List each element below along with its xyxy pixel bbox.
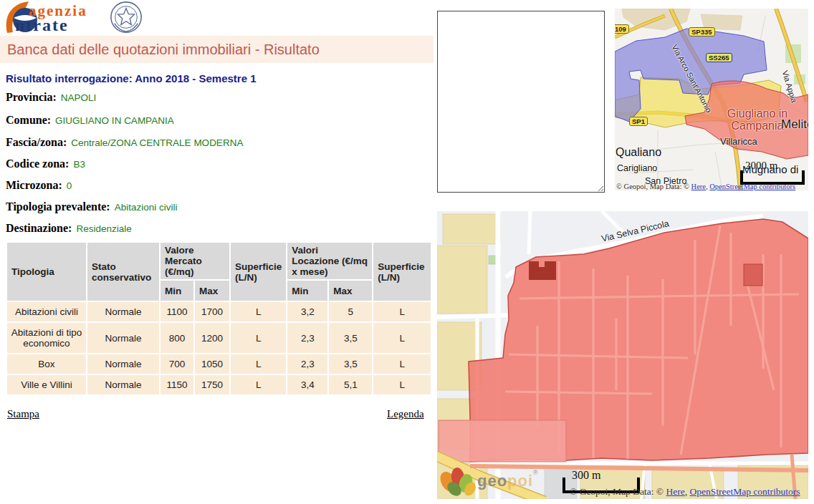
field-codice-zona: Codice zona:B3: [6, 158, 85, 170]
col-header-max-1: Max: [195, 281, 229, 301]
cell: 1100: [161, 302, 193, 321]
cell: 1150: [161, 375, 193, 394]
geopoi-reg-mark: ®: [533, 469, 538, 476]
col-header-superficie-1: Superficie (L/N): [231, 243, 286, 301]
attribution-link-osm[interactable]: OpenStreetMap contributors: [709, 183, 795, 190]
cell: Normale: [87, 302, 159, 321]
cell: Box: [7, 354, 86, 374]
col-header-min-1: Min: [161, 281, 193, 301]
page: agenzia ntrate Banca dati delle quotazio…: [0, 0, 814, 504]
cell: Normale: [87, 375, 159, 394]
place-label-qualiano: Qualiano: [616, 146, 661, 159]
attribution-text: © Geopoi, Map Data: ©: [570, 486, 666, 497]
cell: 800: [161, 323, 193, 353]
cell: 2,3: [287, 354, 327, 374]
page-title-bar: Banca dati delle quotazioni immobiliari …: [0, 36, 434, 63]
cell: 3,5: [329, 354, 372, 374]
overview-map[interactable]: 109 SP335 SS265 SP1 Via Arco Sant'Antoni…: [615, 9, 808, 190]
detail-map[interactable]: Via Selva Piccola geo poi ® 300 m © Geop…: [437, 211, 808, 499]
cell: 2,3: [287, 323, 327, 353]
page-title: Banca dati delle quotazioni immobiliari …: [0, 36, 434, 58]
legend-link[interactable]: Legenda: [387, 408, 424, 420]
cell: L: [231, 302, 286, 321]
field-value: Centrale/ZONA CENTRALE MODERNA: [71, 137, 243, 148]
cell: L: [373, 354, 431, 374]
col-header-min-2: Min: [287, 281, 327, 301]
field-label: Tipologia prevalente:: [6, 200, 110, 213]
field-fascia-zona: Fascia/zona:Centrale/ZONA CENTRALE MODER…: [6, 136, 243, 149]
field-label: Codice zona:: [6, 158, 69, 170]
cell: Ville e Villini: [7, 375, 86, 394]
field-value: B3: [73, 159, 85, 170]
field-label: Comune:: [6, 114, 51, 126]
map-attribution: © Geopoi, Map Data: © Here, OpenStreetMa…: [570, 486, 800, 498]
col-header-tipologia: Tipologia: [7, 243, 86, 301]
attribution-link-here[interactable]: Here: [691, 183, 706, 190]
col-header-valori-locazione: Valori Locazione (€/mq x mese): [287, 243, 372, 279]
place-label-melito: Melito: [781, 117, 808, 132]
attribution-link-osm[interactable]: OpenStreetMap contributors: [689, 486, 800, 497]
field-label: Fascia/zona:: [6, 136, 67, 148]
field-value: NAPOLI: [61, 92, 97, 103]
cell: 1200: [195, 323, 229, 353]
field-label: Microzona:: [6, 179, 62, 191]
geopoi-leaves-icon: [440, 466, 477, 498]
col-header-max-2: Max: [329, 281, 372, 301]
cell: 5,1: [329, 375, 372, 394]
cell: L: [231, 354, 286, 374]
cell: Normale: [87, 323, 159, 353]
cell: L: [373, 323, 431, 353]
cell: Abitazioni civili: [7, 302, 86, 321]
field-value: 0: [67, 180, 72, 191]
attribution-link-here[interactable]: Here: [666, 486, 685, 497]
table-row: Abitazioni civiliNormale11001700L3,25L: [7, 302, 431, 321]
col-header-superficie-2: Superficie (L/N): [373, 243, 431, 301]
detail-map-graphics: [437, 211, 808, 499]
cell: L: [373, 375, 431, 394]
field-destinazione: Destinazione:Residenziale: [6, 222, 132, 235]
cell: 1750: [195, 375, 229, 394]
cell: 1050: [195, 354, 229, 374]
map-info-textarea[interactable]: [437, 11, 605, 193]
attribution-text: © Geopoi, Map Data: ©: [616, 183, 691, 190]
field-value: Residenziale: [76, 223, 131, 234]
cell: Normale: [87, 354, 159, 374]
results-table: Tipologia Stato conservativo Valore Merc…: [6, 241, 432, 396]
cell: 1700: [195, 302, 229, 321]
table-row: Ville e VilliniNormale11501750L3,45,1L: [7, 375, 431, 394]
cell: L: [231, 323, 286, 353]
field-label: Provincia:: [6, 91, 57, 103]
col-header-valore-mercato: Valore Mercato (€/mq): [161, 243, 229, 279]
table-row: BoxNormale7001050L2,33,5L: [7, 354, 431, 374]
italy-emblem-icon: [109, 0, 143, 34]
road-badge-109: 109: [615, 24, 629, 34]
field-microzona: Microzona:0: [6, 179, 72, 192]
print-link[interactable]: Stampa: [7, 408, 39, 420]
road-badge-ss265: SS265: [706, 53, 732, 62]
geopoi-text-geo: geo: [477, 472, 507, 490]
cell: 3,4: [287, 375, 327, 394]
brand-text-line2: ntrate: [15, 16, 69, 35]
agenzia-entrate-logo[interactable]: agenzia ntrate: [3, 0, 153, 34]
field-comune: Comune:GIUGLIANO IN CAMPANIA: [6, 114, 174, 127]
cell: Abitazioni di tipo economico: [7, 323, 86, 353]
field-value: Abitazioni civili: [115, 202, 178, 213]
cell: 3,2: [287, 302, 327, 321]
field-tipologia-prevalente: Tipologia prevalente:Abitazioni civili: [6, 200, 177, 213]
result-heading: Risultato interrogazione: Anno 2018 - Se…: [6, 72, 257, 84]
field-label: Destinazione:: [6, 222, 72, 234]
field-value: GIUGLIANO IN CAMPANIA: [55, 115, 174, 126]
map-attribution: © Geopoi, Map Data: © Here, OpenStreetMa…: [616, 183, 795, 190]
geopoi-logo: geo poi ®: [440, 466, 547, 498]
road-badge-sp335: SP335: [689, 27, 715, 37]
place-label-carigliano: Carigliano: [617, 163, 657, 173]
cell: L: [373, 302, 431, 321]
col-header-stato: Stato conservativo: [87, 243, 159, 301]
road-badge-sp1: SP1: [629, 117, 648, 126]
table-row: Abitazioni di tipo economicoNormale80012…: [7, 323, 431, 353]
zone-red-light: [439, 420, 566, 462]
field-provincia: Provincia:NAPOLI: [6, 91, 96, 104]
place-label-villaricca: Villaricca: [720, 136, 757, 147]
cell: 5: [329, 302, 372, 321]
cell: 700: [161, 354, 193, 374]
